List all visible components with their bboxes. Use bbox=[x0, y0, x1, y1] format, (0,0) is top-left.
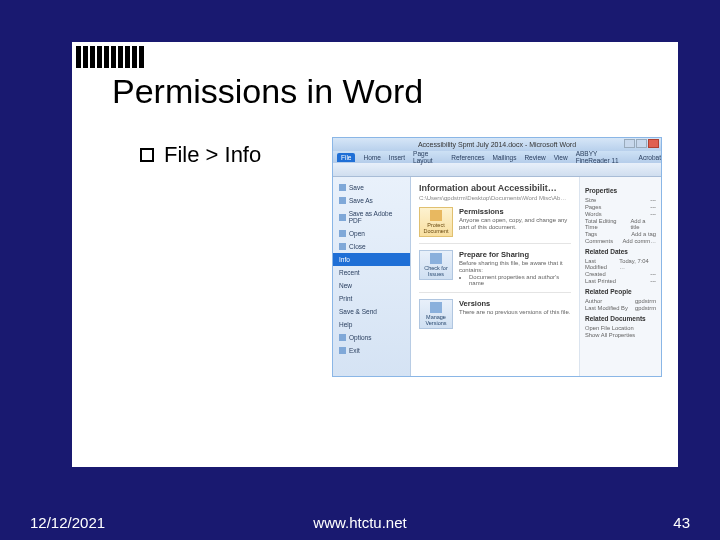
check-issues-button[interactable]: Check for Issues bbox=[419, 250, 453, 280]
nav-saveadobe[interactable]: Save as Adobe PDF bbox=[333, 207, 410, 227]
prepare-item: Document properties and author's name bbox=[469, 274, 571, 286]
decorative-stripes bbox=[76, 46, 144, 68]
window-titlebar: Accessibility Spmt July 2014.docx - Micr… bbox=[333, 138, 661, 151]
tab-file[interactable]: File bbox=[337, 153, 355, 162]
nav-close[interactable]: Close bbox=[333, 240, 410, 253]
close-file-icon bbox=[339, 243, 346, 250]
file-path: C:\Users\gpdstrm\Desktop\Documents\Word … bbox=[419, 195, 571, 201]
prepare-title: Prepare for Sharing bbox=[459, 250, 571, 259]
props-heading: Properties bbox=[585, 187, 656, 194]
saveas-icon bbox=[339, 197, 346, 204]
exit-icon bbox=[339, 347, 346, 354]
versions-section: Manage Versions Versions There are no pr… bbox=[419, 299, 571, 335]
versions-icon bbox=[430, 302, 442, 313]
prepare-desc: Before sharing this file, be aware that … bbox=[459, 260, 571, 274]
footer-page: 43 bbox=[673, 514, 690, 531]
ribbon-body bbox=[333, 163, 661, 177]
tab-pagelayout[interactable]: Page Layout bbox=[413, 150, 443, 164]
tab-acrobat[interactable]: Acrobat bbox=[639, 154, 661, 161]
nav-exit[interactable]: Exit bbox=[333, 344, 410, 357]
open-file-location[interactable]: Open File Location bbox=[585, 325, 656, 331]
footer-date: 12/12/2021 bbox=[30, 514, 105, 531]
nav-options[interactable]: Options bbox=[333, 331, 410, 344]
protect-document-button[interactable]: Protect Document bbox=[419, 207, 453, 237]
nav-new[interactable]: New bbox=[333, 279, 410, 292]
dates-heading: Related Dates bbox=[585, 248, 656, 255]
nav-recent[interactable]: Recent bbox=[333, 266, 410, 279]
tab-insert[interactable]: Insert bbox=[389, 154, 405, 161]
versions-title: Versions bbox=[459, 299, 571, 308]
show-all-props[interactable]: Show All Properties bbox=[585, 332, 656, 338]
nav-print[interactable]: Print bbox=[333, 292, 410, 305]
people-heading: Related People bbox=[585, 288, 656, 295]
info-pane: Information about Accessibilit… C:\Users… bbox=[411, 177, 579, 376]
tab-review[interactable]: Review bbox=[524, 154, 545, 161]
ribbon-tabs: File Home Insert Page Layout References … bbox=[333, 151, 661, 163]
nav-save[interactable]: Save bbox=[333, 181, 410, 194]
tab-home[interactable]: Home bbox=[363, 154, 380, 161]
options-icon bbox=[339, 334, 346, 341]
manage-versions-button[interactable]: Manage Versions bbox=[419, 299, 453, 329]
lock-icon bbox=[430, 210, 442, 221]
nav-savesend[interactable]: Save & Send bbox=[333, 305, 410, 318]
pdf-icon bbox=[339, 214, 346, 221]
docs-heading: Related Documents bbox=[585, 315, 656, 322]
footer-url: www.htctu.net bbox=[313, 514, 406, 531]
tab-abbyy[interactable]: ABBYY FineReader 11 bbox=[576, 150, 631, 164]
permissions-section: Protect Document Permissions Anyone can … bbox=[419, 207, 571, 244]
permissions-title: Permissions bbox=[459, 207, 571, 216]
nav-help[interactable]: Help bbox=[333, 318, 410, 331]
bullet-row: File > Info bbox=[140, 142, 261, 168]
bullet-text: File > Info bbox=[164, 142, 261, 168]
window-title: Accessibility Spmt July 2014.docx - Micr… bbox=[418, 141, 576, 148]
nav-info[interactable]: Info bbox=[333, 253, 410, 266]
versions-desc: There are no previous versions of this f… bbox=[459, 309, 571, 316]
tab-mailings[interactable]: Mailings bbox=[493, 154, 517, 161]
permissions-desc: Anyone can open, copy, and change any pa… bbox=[459, 217, 571, 231]
info-heading: Information about Accessibilit… bbox=[419, 183, 571, 193]
open-icon bbox=[339, 230, 346, 237]
nav-saveas[interactable]: Save As bbox=[333, 194, 410, 207]
window-controls bbox=[624, 139, 659, 148]
save-icon bbox=[339, 184, 346, 191]
backstage-nav: Save Save As Save as Adobe PDF Open Clos… bbox=[333, 177, 411, 376]
word-screenshot: Accessibility Spmt July 2014.docx - Micr… bbox=[332, 137, 662, 377]
slide-title: Permissions in Word bbox=[112, 72, 423, 111]
check-icon bbox=[430, 253, 442, 264]
slide-card: Permissions in Word File > Info Accessib… bbox=[72, 42, 678, 467]
prepare-section: Check for Issues Prepare for Sharing Bef… bbox=[419, 250, 571, 293]
maximize-icon[interactable] bbox=[636, 139, 647, 148]
close-icon[interactable] bbox=[648, 139, 659, 148]
properties-pane: Properties Size--- Pages--- Words--- Tot… bbox=[579, 177, 661, 376]
tab-view[interactable]: View bbox=[554, 154, 568, 161]
nav-open[interactable]: Open bbox=[333, 227, 410, 240]
square-bullet-icon bbox=[140, 148, 154, 162]
tab-references[interactable]: References bbox=[451, 154, 484, 161]
minimize-icon[interactable] bbox=[624, 139, 635, 148]
slide-footer: 12/12/2021 www.htctu.net 43 bbox=[0, 504, 720, 540]
